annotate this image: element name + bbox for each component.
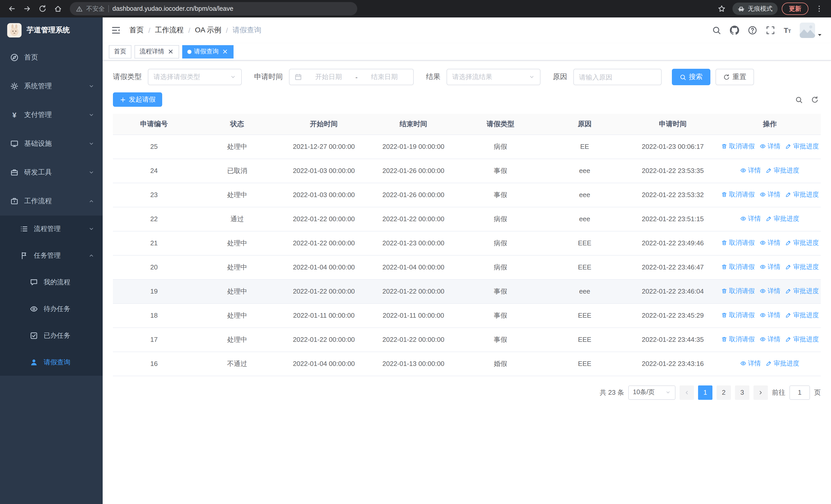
cell-leave-type: 事假 [458, 303, 543, 327]
page-size-select[interactable]: 10条/页 [628, 385, 676, 399]
search-button[interactable]: 搜索 [672, 69, 710, 85]
approval-progress-link[interactable]: 审批进度 [766, 166, 799, 175]
approval-progress-link[interactable]: 审批进度 [766, 359, 799, 368]
toggle-search-icon[interactable] [795, 96, 803, 103]
sidebar-item-leave-query[interactable]: 请假查询 [0, 349, 103, 376]
menu-fold-icon[interactable] [111, 25, 121, 35]
cell-apply-time: 2022-01-22 23:53:35 [627, 158, 719, 183]
create-leave-button[interactable]: 发起请假 [113, 92, 162, 107]
detail-link[interactable]: 详情 [760, 263, 780, 271]
user-menu[interactable] [800, 23, 823, 38]
cell-end-time: 2022-01-13 00:00:00 [369, 352, 458, 376]
next-page-button[interactable] [753, 385, 768, 399]
sidebar-item-home[interactable]: 首页 [0, 43, 103, 72]
reason-input[interactable] [573, 69, 662, 85]
header-search-icon[interactable] [712, 26, 721, 35]
cell-apply-id: 18 [113, 303, 195, 327]
app-logo[interactable]: 芋道管理系统 [0, 18, 103, 43]
browser-menu-icon[interactable] [812, 2, 826, 16]
action-label: 详情 [768, 335, 780, 344]
tab-close-icon[interactable] [167, 48, 174, 55]
sidebar-item-process-mgmt[interactable]: 流程管理 [0, 215, 103, 242]
fullscreen-icon[interactable] [766, 26, 775, 35]
browser-back-icon[interactable] [5, 2, 19, 16]
cancel-leave-link[interactable]: 取消请假 [721, 142, 755, 151]
flag-icon [20, 251, 28, 260]
help-icon[interactable] [748, 26, 757, 35]
breadcrumb-item[interactable]: 首页 [130, 26, 144, 35]
detail-link[interactable]: 详情 [740, 166, 761, 175]
tab-process-detail[interactable]: 流程详情 [135, 45, 179, 58]
leave-type-select[interactable]: 请选择请假类型 [148, 69, 242, 85]
page-content: 请假类型 请选择请假类型 申请时间 开始日期 - 结束日期 结果 请选择流结果 [103, 61, 831, 504]
cancel-leave-link[interactable]: 取消请假 [721, 190, 755, 199]
sidebar-item-payment-mgmt[interactable]: ¥支付管理 [0, 100, 103, 129]
cancel-leave-link[interactable]: 取消请假 [721, 287, 755, 296]
detail-link[interactable]: 详情 [760, 287, 780, 296]
detail-link[interactable]: 详情 [740, 359, 761, 368]
apply-time-range-picker[interactable]: 开始日期 - 结束日期 [289, 69, 414, 85]
avatar[interactable] [800, 23, 815, 38]
cancel-leave-link[interactable]: 取消请假 [721, 335, 755, 344]
sidebar-item-done-tasks[interactable]: 已办任务 [0, 322, 103, 349]
tab-home[interactable]: 首页 [109, 45, 132, 58]
approval-progress-link[interactable]: 审批进度 [766, 214, 799, 223]
result-placeholder: 请选择流结果 [452, 72, 492, 82]
breadcrumb-item[interactable]: 工作流程 [155, 26, 184, 35]
breadcrumb-item[interactable]: OA 示例 [195, 26, 222, 35]
refresh-table-icon[interactable] [811, 96, 819, 103]
cancel-leave-link[interactable]: 取消请假 [721, 311, 755, 320]
tab-leave-query[interactable]: 请假查询 [182, 45, 233, 58]
sidebar-item-label: 支付管理 [24, 110, 52, 120]
detail-link[interactable]: 详情 [760, 239, 780, 247]
page-button-1[interactable]: 1 [698, 385, 712, 399]
approval-progress-link[interactable]: 审批进度 [785, 287, 819, 296]
sidebar-item-dev-tools[interactable]: 研发工具 [0, 158, 103, 187]
approval-progress-link[interactable]: 审批进度 [785, 311, 819, 320]
approval-progress-link[interactable]: 审批进度 [785, 239, 819, 247]
approval-progress-link[interactable]: 审批进度 [785, 190, 819, 199]
bookmark-star-icon[interactable] [715, 2, 728, 16]
font-size-icon[interactable]: TT [784, 26, 791, 34]
page-button-3[interactable]: 3 [735, 385, 749, 399]
browser-home-icon[interactable] [51, 2, 65, 16]
sidebar-item-my-process[interactable]: 我的流程 [0, 269, 103, 296]
detail-link[interactable]: 详情 [760, 142, 780, 151]
chevron-down-icon [529, 74, 535, 80]
cancel-leave-link[interactable]: 取消请假 [721, 263, 755, 271]
view-icon [760, 288, 766, 294]
tab-close-icon[interactable] [222, 48, 228, 55]
reset-button[interactable]: 重置 [716, 69, 754, 85]
prev-page-button[interactable] [680, 385, 694, 399]
detail-link[interactable]: 详情 [760, 335, 780, 344]
action-label: 详情 [768, 239, 780, 247]
sidebar-item-infrastructure[interactable]: 基础设施 [0, 129, 103, 158]
cancel-leave-link[interactable]: 取消请假 [721, 239, 755, 247]
page-button-2[interactable]: 2 [717, 385, 731, 399]
sidebar-item-task-mgmt[interactable]: 任务管理 [0, 242, 103, 269]
sidebar-item-todo-tasks[interactable]: 待办任务 [0, 296, 103, 322]
sidebar-item-system-mgmt[interactable]: 系统管理 [0, 72, 103, 100]
chevron-down-icon [88, 112, 94, 118]
approval-progress-link[interactable]: 审批进度 [785, 335, 819, 344]
approval-progress-link[interactable]: 审批进度 [785, 142, 819, 151]
browser-reload-icon[interactable] [36, 2, 49, 16]
breadcrumb-item: 请假查询 [232, 26, 261, 35]
delete-icon [721, 336, 727, 343]
update-button[interactable]: 更新 [782, 3, 808, 15]
approval-progress-link[interactable]: 审批进度 [785, 263, 819, 271]
detail-link[interactable]: 详情 [760, 190, 780, 199]
cell-leave-type: 事假 [458, 158, 543, 183]
browser-forward-icon[interactable] [21, 2, 34, 16]
column-header-apply-id: 申请编号 [113, 114, 195, 135]
detail-link[interactable]: 详情 [760, 311, 780, 320]
address-bar[interactable]: 不安全 dashboard.yudao.iocoder.cn/bpm/oa/le… [70, 2, 357, 16]
github-icon[interactable] [730, 26, 739, 35]
result-select[interactable]: 请选择流结果 [447, 69, 541, 85]
detail-link[interactable]: 详情 [740, 214, 761, 223]
cell-leave-type: 病假 [458, 255, 543, 279]
edit-icon [785, 264, 792, 270]
logo-avatar [7, 23, 22, 37]
sidebar-item-workflow[interactable]: 工作流程 [0, 187, 103, 215]
goto-page-input[interactable] [790, 385, 810, 399]
